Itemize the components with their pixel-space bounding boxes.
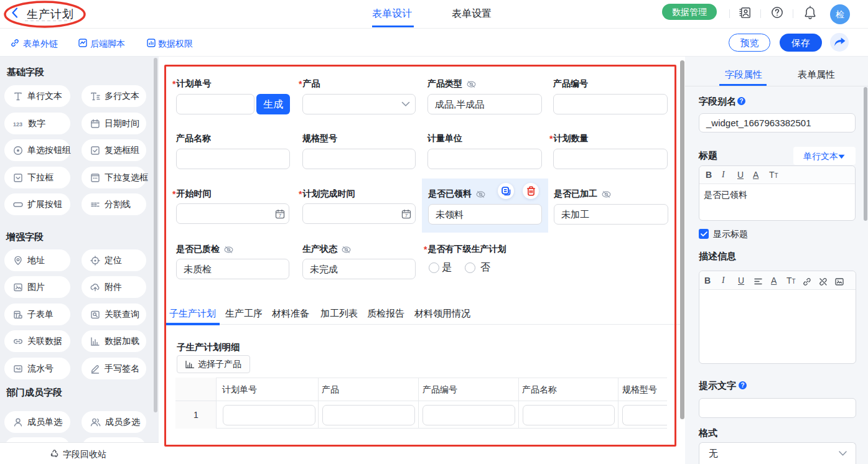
svg-text:123: 123 xyxy=(13,121,22,128)
